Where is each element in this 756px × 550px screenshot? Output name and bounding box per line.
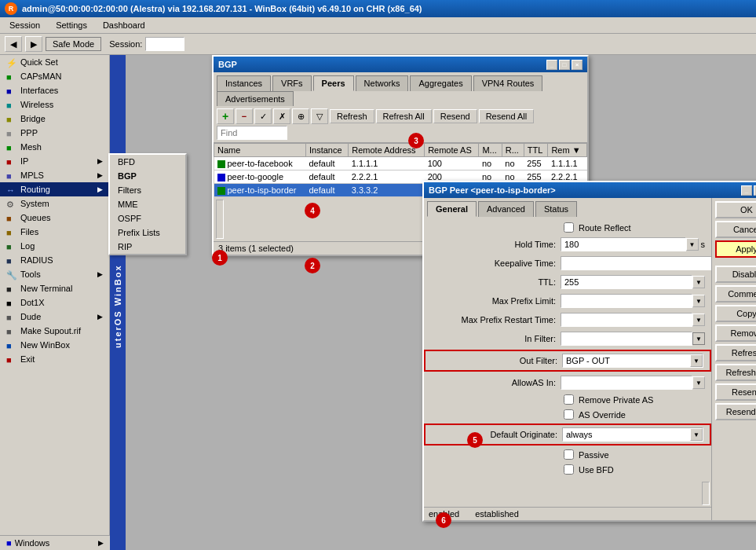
default-originate-input[interactable] bbox=[563, 429, 690, 440]
sidebar-item-dude[interactable]: ■ Dude ▶ bbox=[0, 310, 109, 324]
sidebar-item-terminal[interactable]: ■ New Terminal bbox=[0, 281, 109, 295]
ttl-down-btn[interactable]: ▼ bbox=[692, 276, 705, 288]
max-prefix-row: Max Prefix Limit: ▼ bbox=[424, 292, 711, 310]
hold-time-down-btn[interactable]: ▼ bbox=[686, 238, 699, 251]
max-prefix-down-btn[interactable]: ▼ bbox=[692, 295, 705, 307]
tab-advertisements[interactable]: Advertisements bbox=[217, 91, 294, 106]
menu-dashboard[interactable]: Dashboard bbox=[97, 19, 152, 31]
passive-checkbox[interactable] bbox=[564, 449, 574, 460]
use-bfd-checkbox[interactable] bbox=[564, 464, 574, 475]
menu-session[interactable]: Session bbox=[3, 19, 46, 31]
filter-btn[interactable]: ▽ bbox=[311, 108, 328, 124]
in-filter-label: In Filter: bbox=[430, 334, 556, 343]
sidebar-item-mpls[interactable]: ■ MPLS ▶ bbox=[0, 168, 109, 182]
peer-resend-all-btn[interactable]: Resend All bbox=[715, 403, 756, 420]
tab-peers[interactable]: Peers bbox=[313, 75, 354, 91]
sidebar-item-quickset[interactable]: ⚡ Quick Set bbox=[0, 55, 109, 69]
sidebar-label-quickset: Quick Set bbox=[20, 57, 58, 67]
comment-btn[interactable]: Comment bbox=[715, 285, 756, 302]
sidebar-item-mesh[interactable]: ■ Mesh bbox=[0, 140, 109, 154]
sidebar-item-log[interactable]: ■ Log bbox=[0, 239, 109, 253]
tab-advanced[interactable]: Advanced bbox=[478, 201, 534, 217]
out-filter-input[interactable] bbox=[563, 355, 690, 366]
sidebar-item-winbox[interactable]: ■ New WinBox bbox=[0, 338, 109, 352]
vertical-scrollbar[interactable] bbox=[216, 200, 224, 239]
keepalive-input[interactable] bbox=[561, 256, 711, 270]
out-filter-select[interactable]: ▼ bbox=[562, 354, 703, 368]
max-prefix-restart-input[interactable] bbox=[561, 313, 692, 327]
sidebar-item-wireless[interactable]: ■ Wireless bbox=[0, 97, 109, 112]
peer-refresh-all-btn[interactable]: Refresh All bbox=[715, 364, 756, 381]
peer-minimize-btn[interactable]: _ bbox=[741, 185, 752, 196]
disable-btn[interactable]: Disable bbox=[715, 266, 756, 283]
resend-all-btn[interactable]: Resend All bbox=[479, 109, 535, 123]
sidebar-item-system[interactable]: ⚙ System bbox=[0, 196, 109, 211]
resend-btn[interactable]: Resend bbox=[433, 109, 477, 123]
menu-settings[interactable]: Settings bbox=[49, 19, 93, 31]
table-row[interactable]: peer-to-facebook default 1.1.1.1 100 no … bbox=[214, 157, 587, 170]
copy-btn[interactable]: Copy bbox=[715, 305, 756, 322]
bgp-close-btn[interactable]: × bbox=[572, 60, 583, 70]
session-input[interactable] bbox=[145, 37, 184, 51]
session-label: Session: bbox=[109, 39, 142, 49]
sidebar-item-radius[interactable]: ■ RADIUS bbox=[0, 253, 109, 267]
apply-btn[interactable]: Apply bbox=[715, 240, 756, 258]
tab-networks[interactable]: Networks bbox=[356, 75, 409, 91]
keepalive-select[interactable]: ▼ bbox=[561, 256, 711, 270]
bgp-title-text: BGP bbox=[218, 60, 237, 69]
out-filter-arrow[interactable]: ▼ bbox=[690, 354, 703, 367]
back-btn[interactable]: ◀ bbox=[5, 36, 22, 52]
sidebar-item-routing[interactable]: ↔ Routing ▶ bbox=[0, 182, 109, 196]
as-override-checkbox[interactable] bbox=[564, 409, 574, 420]
remove-private-as-checkbox[interactable] bbox=[564, 394, 574, 405]
bgp-maximize-btn[interactable]: □ bbox=[559, 60, 570, 70]
sidebar-item-queues[interactable]: ■ Queues bbox=[0, 211, 109, 225]
sidebar-item-dot1x[interactable]: ■ Dot1X bbox=[0, 295, 109, 310]
windows-section[interactable]: ■ Windows ▶ bbox=[0, 535, 110, 550]
max-prefix-input[interactable] bbox=[561, 294, 692, 308]
default-originate-select[interactable]: ▼ bbox=[562, 427, 703, 442]
in-filter-down-btn[interactable]: ▼ bbox=[692, 332, 705, 345]
tab-general[interactable]: General bbox=[427, 201, 477, 217]
clear-btn[interactable]: ✗ bbox=[273, 108, 290, 124]
peer-remove-btn[interactable]: Remove bbox=[715, 324, 756, 342]
sidebar-item-tools[interactable]: 🔧 Tools ▶ bbox=[0, 267, 109, 281]
sidebar-item-supout[interactable]: ■ Make Supout.rif bbox=[0, 324, 109, 338]
sidebar-label-ip: IP bbox=[20, 156, 28, 166]
ttl-input[interactable] bbox=[561, 275, 692, 289]
peer-scrollbar[interactable] bbox=[702, 482, 710, 505]
allowas-input[interactable] bbox=[561, 376, 692, 390]
sidebar-item-interfaces[interactable]: ■ Interfaces bbox=[0, 83, 109, 97]
safemode-btn[interactable]: Safe Mode bbox=[46, 37, 101, 51]
sidebar-item-ppp[interactable]: ■ PPP bbox=[0, 126, 109, 140]
tab-status[interactable]: Status bbox=[535, 201, 577, 217]
tab-vrfs[interactable]: VRFs bbox=[272, 75, 312, 91]
peer-refresh-btn[interactable]: Refresh bbox=[715, 344, 756, 361]
allowas-down-btn[interactable]: ▼ bbox=[692, 376, 705, 389]
sidebar-item-bridge[interactable]: ■ Bridge bbox=[0, 112, 109, 126]
forward-btn[interactable]: ▶ bbox=[25, 36, 42, 52]
ok-btn[interactable]: OK bbox=[715, 201, 756, 218]
cancel-btn[interactable]: Cancel bbox=[715, 221, 756, 238]
sidebar-item-capsman[interactable]: ■ CAPsMAN bbox=[0, 69, 109, 83]
route-reflect-checkbox[interactable] bbox=[564, 222, 574, 233]
remove-btn[interactable]: − bbox=[236, 108, 253, 124]
default-originate-arrow[interactable]: ▼ bbox=[690, 428, 703, 441]
bgp-search-input[interactable] bbox=[217, 126, 287, 140]
tab-vpn4routes[interactable]: VPN4 Routes bbox=[473, 75, 543, 91]
tab-instances[interactable]: Instances bbox=[217, 75, 271, 91]
hold-time-input[interactable] bbox=[561, 237, 686, 251]
edit-btn[interactable]: ✓ bbox=[254, 108, 272, 124]
max-prefix-restart-down-btn[interactable]: ▼ bbox=[692, 314, 705, 326]
in-filter-input[interactable] bbox=[561, 332, 692, 346]
refresh-btn[interactable]: Refresh bbox=[330, 109, 374, 123]
refresh-all-btn[interactable]: Refresh All bbox=[376, 109, 432, 123]
tab-aggregates[interactable]: Aggregates bbox=[410, 75, 471, 91]
sidebar-item-ip[interactable]: ■ IP ▶ bbox=[0, 154, 109, 168]
bgp-minimize-btn[interactable]: _ bbox=[546, 60, 557, 70]
peer-resend-btn[interactable]: Resend bbox=[715, 383, 756, 401]
copy-tbl-btn[interactable]: ⊕ bbox=[292, 108, 309, 124]
sidebar-item-exit[interactable]: ■ Exit bbox=[0, 352, 109, 366]
add-btn[interactable]: + bbox=[217, 108, 234, 124]
sidebar-item-files[interactable]: ■ Files bbox=[0, 225, 109, 239]
